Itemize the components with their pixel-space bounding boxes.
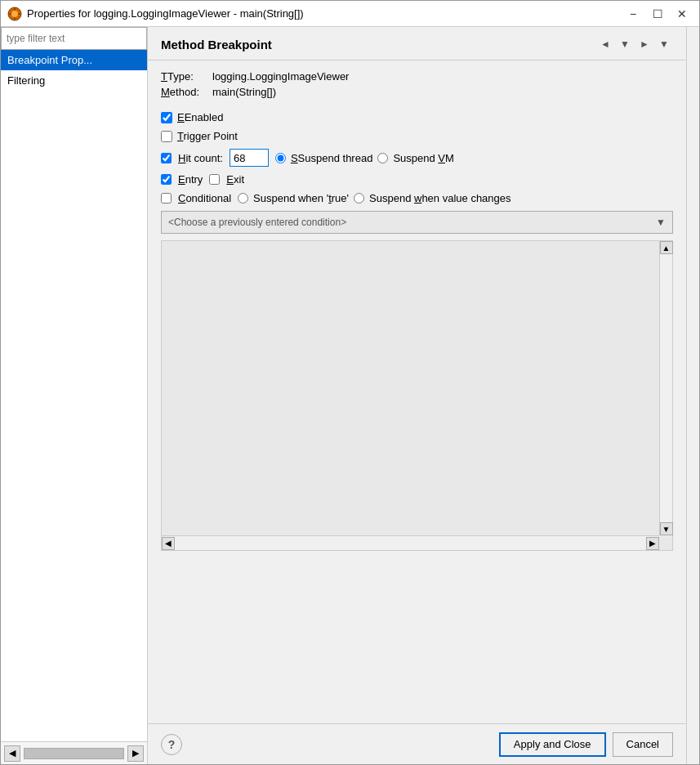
panel-title: Method Breakpoint bbox=[161, 38, 272, 51]
suspend-thread-radio[interactable] bbox=[275, 153, 286, 163]
header-icons: ◄ ▼ ► ▼ bbox=[596, 35, 673, 53]
condition-options: Suspend when 'true' Suspend when value c… bbox=[238, 192, 511, 204]
title-bar: Properties for logging.LoggingImageViewe… bbox=[1, 1, 699, 27]
trigger-point-row: Trigger Point bbox=[161, 130, 673, 142]
main-panel: Method Breakpoint ◄ ▼ ► ▼ TType: logging… bbox=[148, 27, 686, 764]
help-button[interactable]: ? bbox=[161, 734, 182, 755]
hit-count-checkbox[interactable] bbox=[161, 153, 172, 163]
type-value: logging.LoggingImageViewer bbox=[212, 70, 349, 83]
nav-down2-button[interactable]: ▼ bbox=[655, 35, 673, 53]
scroll-up-button[interactable]: ▲ bbox=[660, 241, 673, 254]
sidebar-item-filtering[interactable]: Filtering bbox=[1, 70, 147, 91]
nav-forward-button[interactable]: ► bbox=[635, 35, 653, 53]
content-area: Breakpoint Prop... Filtering ◀ ▶ Method … bbox=[1, 27, 699, 764]
scroll-right-button[interactable]: ▶ bbox=[127, 745, 144, 762]
suspend-vm-radio[interactable] bbox=[377, 153, 388, 163]
sidebar-scrollbar: ◀ ▶ bbox=[1, 741, 147, 764]
scroll-left-button[interactable]: ◀ bbox=[4, 745, 20, 762]
panel-header: Method Breakpoint ◄ ▼ ► ▼ bbox=[148, 27, 686, 60]
close-button[interactable]: ✕ bbox=[671, 5, 693, 23]
type-row: TType: logging.LoggingImageViewer bbox=[161, 70, 673, 83]
filter-input[interactable] bbox=[1, 27, 147, 50]
conditional-row: Conditional Suspend when 'true' Suspend … bbox=[161, 192, 673, 204]
condition-text-area[interactable]: ▲ ▼ ◀ ▶ bbox=[161, 240, 673, 551]
suspend-options: SSuspend thread Suspend VM bbox=[275, 152, 454, 164]
suspend-true-radio[interactable] bbox=[238, 193, 248, 204]
hit-count-input[interactable] bbox=[230, 149, 269, 167]
minimize-button[interactable]: − bbox=[622, 5, 644, 23]
suspend-thread-label[interactable]: SSuspend thread bbox=[291, 152, 372, 164]
suspend-changes-radio[interactable] bbox=[354, 193, 364, 204]
hscroll-right-button[interactable]: ▶ bbox=[646, 537, 659, 550]
vertical-scrollbar: ▲ ▼ bbox=[659, 241, 672, 535]
horizontal-scrollbar: ◀ ▶ bbox=[162, 535, 659, 550]
enabled-checkbox[interactable] bbox=[161, 112, 172, 123]
conditional-checkbox[interactable] bbox=[161, 193, 172, 204]
dropdown-arrow-icon: ▼ bbox=[656, 217, 666, 228]
enabled-row: EEnabled bbox=[161, 111, 673, 123]
entry-label[interactable]: Entry bbox=[178, 173, 203, 186]
method-row: Method: main(String[]) bbox=[161, 86, 673, 98]
conditional-label[interactable]: Conditional bbox=[178, 192, 231, 204]
type-label: TType: bbox=[161, 70, 206, 83]
exit-checkbox[interactable] bbox=[209, 174, 220, 185]
app-icon bbox=[7, 7, 22, 21]
window-title: Properties for logging.LoggingImageViewe… bbox=[27, 7, 304, 20]
scroll-down-button[interactable]: ▼ bbox=[660, 522, 673, 535]
title-buttons: − ☐ ✕ bbox=[622, 5, 693, 23]
sidebar-tree: Breakpoint Prop... Filtering bbox=[1, 50, 147, 741]
method-label: Method: bbox=[161, 86, 206, 98]
method-value: main(String[]) bbox=[212, 86, 276, 98]
sidebar-item-breakpoint-prop[interactable]: Breakpoint Prop... bbox=[1, 50, 147, 70]
title-bar-left: Properties for logging.LoggingImageViewe… bbox=[7, 7, 304, 21]
main-window: Properties for logging.LoggingImageViewe… bbox=[0, 0, 700, 765]
scroll-thumb[interactable] bbox=[24, 748, 124, 759]
condition-dropdown[interactable]: <Choose a previously entered condition> … bbox=[161, 211, 673, 234]
exit-label[interactable]: Exit bbox=[226, 173, 244, 186]
svg-point-1 bbox=[11, 11, 18, 17]
apply-close-button[interactable]: Apply and Close bbox=[499, 732, 606, 757]
bottom-bar: ? Apply and Close Cancel bbox=[148, 723, 686, 764]
trigger-point-checkbox[interactable] bbox=[161, 131, 172, 142]
nav-down-button[interactable]: ▼ bbox=[616, 35, 634, 53]
suspend-vm-label[interactable]: Suspend VM bbox=[393, 152, 453, 164]
entry-exit-row: Entry Exit bbox=[161, 173, 673, 186]
enabled-label[interactable]: EEnabled bbox=[177, 111, 223, 123]
entry-checkbox[interactable] bbox=[161, 174, 172, 185]
condition-dropdown-text: <Choose a previously entered condition> bbox=[168, 217, 346, 228]
trigger-point-label[interactable]: Trigger Point bbox=[177, 130, 238, 142]
nav-back-button[interactable]: ◄ bbox=[596, 35, 614, 53]
hscroll-left-button[interactable]: ◀ bbox=[162, 537, 175, 550]
hit-count-label[interactable]: Hit count: bbox=[178, 152, 223, 164]
suspend-true-label[interactable]: Suspend when 'true' bbox=[253, 192, 349, 204]
form-area: TType: logging.LoggingImageViewer Method… bbox=[148, 60, 686, 723]
bottom-left: ? bbox=[161, 734, 493, 755]
right-edge-bar bbox=[686, 27, 699, 764]
cancel-button[interactable]: Cancel bbox=[613, 732, 673, 757]
sidebar: Breakpoint Prop... Filtering ◀ ▶ bbox=[1, 27, 148, 764]
hit-count-row: Hit count: SSuspend thread Suspend VM bbox=[161, 149, 673, 167]
suspend-changes-label[interactable]: Suspend when value changes bbox=[369, 192, 511, 204]
maximize-button[interactable]: ☐ bbox=[647, 5, 668, 23]
